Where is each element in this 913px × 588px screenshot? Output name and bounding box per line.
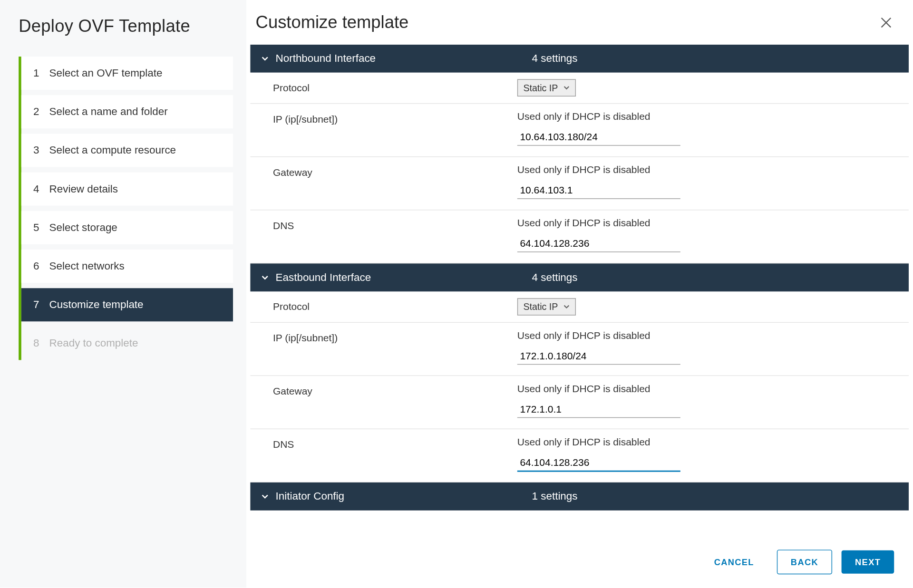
chevron-down-icon <box>261 273 269 281</box>
back-button[interactable]: BACK <box>777 549 832 574</box>
step-number: 2 <box>33 106 49 118</box>
wizard-steps: 1 Select an OVF template 2 Select a name… <box>19 57 233 360</box>
step-customize-template[interactable]: 7 Customize template <box>21 288 233 321</box>
step-label: Review details <box>49 183 221 195</box>
section-title: Initiator Config <box>276 491 532 502</box>
step-ready-to-complete: 8 Ready to complete <box>21 327 233 360</box>
ip-input[interactable] <box>517 347 680 365</box>
step-select-name-folder[interactable]: 2 Select a name and folder <box>21 95 233 128</box>
step-select-compute-resource[interactable]: 3 Select a compute resource <box>21 134 233 167</box>
content-area[interactable]: Northbound Interface 4 settings Protocol… <box>246 45 913 536</box>
close-icon <box>879 16 893 29</box>
section-count: 4 settings <box>532 53 898 65</box>
step-number: 4 <box>33 183 49 195</box>
field-row-dns: DNS Used only if DHCP is disabled <box>250 210 909 263</box>
step-number: 7 <box>33 299 49 311</box>
field-hint: Used only if DHCP is disabled <box>517 110 898 122</box>
chevron-down-icon <box>261 492 269 501</box>
select-value: Static IP <box>523 83 558 93</box>
next-button[interactable]: NEXT <box>842 550 894 574</box>
section-count: 4 settings <box>532 271 898 283</box>
field-label: DNS <box>273 436 517 450</box>
step-label: Select a name and folder <box>49 106 221 118</box>
section-eastbound-interface[interactable]: Eastbound Interface 4 settings <box>250 263 909 291</box>
ip-input[interactable] <box>517 128 680 145</box>
step-number: 6 <box>33 260 49 272</box>
step-select-networks[interactable]: 6 Select networks <box>21 250 233 283</box>
step-review-details[interactable]: 4 Review details <box>21 173 233 206</box>
section-title: Northbound Interface <box>276 53 532 65</box>
step-label: Select a compute resource <box>49 145 221 156</box>
field-hint: Used only if DHCP is disabled <box>517 329 898 341</box>
field-label: DNS <box>273 217 517 231</box>
page-title: Customize template <box>256 12 409 32</box>
step-label: Select an OVF template <box>49 67 221 79</box>
step-label: Customize template <box>49 299 221 311</box>
field-label: Protocol <box>273 79 517 96</box>
gateway-input[interactable] <box>517 401 680 418</box>
field-label: IP (ip[/subnet]) <box>273 329 517 343</box>
cancel-button[interactable]: CANCEL <box>701 550 767 574</box>
protocol-select[interactable]: Static IP <box>517 79 576 96</box>
section-northbound-interface[interactable]: Northbound Interface 4 settings <box>250 45 909 73</box>
field-label: Gateway <box>273 383 517 396</box>
field-row-ip: IP (ip[/subnet]) Used only if DHCP is di… <box>250 323 909 376</box>
field-row-dns: DNS Used only if DHCP is disabled <box>250 429 909 482</box>
field-label: Gateway <box>273 164 517 177</box>
step-select-storage[interactable]: 5 Select storage <box>21 211 233 244</box>
chevron-down-icon <box>563 83 570 93</box>
chevron-down-icon <box>261 55 269 63</box>
field-row-gateway: Gateway Used only if DHCP is disabled <box>250 157 909 210</box>
step-select-ovf-template[interactable]: 1 Select an OVF template <box>21 57 233 90</box>
main-header: Customize template <box>246 0 913 45</box>
field-row-ip: IP (ip[/subnet]) Used only if DHCP is di… <box>250 104 909 157</box>
step-label: Select networks <box>49 260 221 272</box>
close-button[interactable] <box>878 14 894 30</box>
main-panel: Customize template Northbound Interface … <box>246 0 913 588</box>
step-number: 8 <box>33 337 49 349</box>
gateway-input[interactable] <box>517 182 680 199</box>
step-label: Ready to complete <box>49 337 221 349</box>
wizard-sidebar: Deploy OVF Template 1 Select an OVF temp… <box>0 0 246 588</box>
field-row-protocol: Protocol Static IP <box>250 291 909 323</box>
field-hint: Used only if DHCP is disabled <box>517 383 898 394</box>
dns-input[interactable] <box>517 454 680 472</box>
wizard-title: Deploy OVF Template <box>19 16 233 37</box>
footer-actions: CANCEL BACK NEXT <box>246 536 913 588</box>
section-title: Eastbound Interface <box>276 271 532 283</box>
section-initiator-config[interactable]: Initiator Config 1 settings <box>250 482 909 511</box>
field-hint: Used only if DHCP is disabled <box>517 217 898 228</box>
field-row-protocol: Protocol Static IP <box>250 73 909 104</box>
select-value: Static IP <box>523 301 558 312</box>
field-hint: Used only if DHCP is disabled <box>517 436 898 447</box>
step-number: 3 <box>33 145 49 156</box>
step-number: 1 <box>33 67 49 79</box>
step-label: Select storage <box>49 222 221 233</box>
field-label: Protocol <box>273 298 517 315</box>
chevron-down-icon <box>563 301 570 312</box>
dns-input[interactable] <box>517 235 680 252</box>
field-row-gateway: Gateway Used only if DHCP is disabled <box>250 376 909 429</box>
section-count: 1 settings <box>532 491 898 502</box>
protocol-select[interactable]: Static IP <box>517 298 576 315</box>
step-number: 5 <box>33 222 49 233</box>
field-hint: Used only if DHCP is disabled <box>517 164 898 175</box>
field-label: IP (ip[/subnet]) <box>273 110 517 124</box>
